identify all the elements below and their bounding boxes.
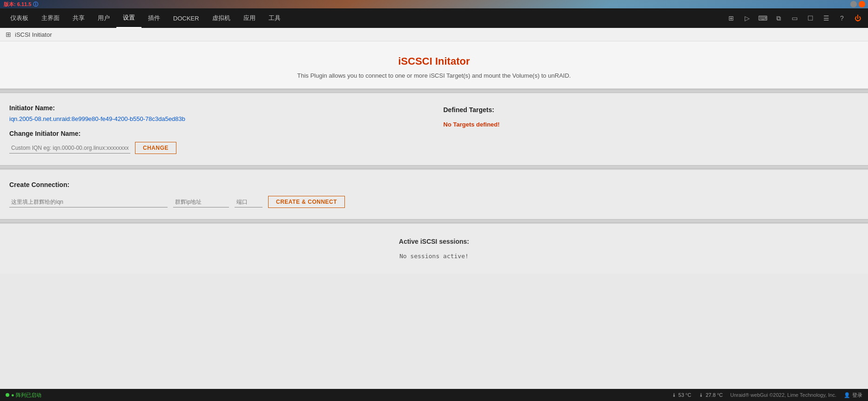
grid-icon: ⊞: [6, 31, 11, 38]
section-divider-2: [0, 165, 868, 169]
help-icon[interactable]: ?: [835, 12, 848, 25]
section-divider-1: [0, 89, 868, 93]
info-icon[interactable]: ⓘ: [33, 1, 38, 8]
minimize-button[interactable]: [850, 1, 857, 7]
plugin-title: iSCSCI Initator: [9, 55, 859, 67]
window-icon[interactable]: ▭: [788, 12, 801, 25]
breadcrumb: ⊞ iSCSI Initiator: [0, 28, 868, 41]
change-initiator-label: Change Initiator Name:: [9, 130, 425, 137]
left-col: Initiator Name: iqn.2005-08.net.unraid:8…: [9, 104, 425, 154]
close-button[interactable]: [859, 1, 865, 7]
window-controls: [850, 1, 865, 7]
breadcrumb-text: iSCSI Initiator: [15, 31, 52, 38]
plugin-description: This Plugin allows you to connect to one…: [9, 72, 859, 79]
nav-share[interactable]: 共享: [66, 8, 91, 28]
nav-vms[interactable]: 虚拟机: [206, 8, 237, 28]
active-sessions-section: Active iSCSI sessions: No sessions activ…: [0, 223, 868, 274]
create-connect-button[interactable]: CREATE & CONNECT: [268, 196, 345, 208]
top-banner: 版本: 6.11.5 ⓘ: [0, 0, 868, 8]
monitor-icon[interactable]: ☐: [804, 12, 817, 25]
resize-icon[interactable]: ⊞: [725, 12, 738, 25]
navbar: 仪表板 主界面 共享 用户 设置 插件 DOCKER 虚拟机 应用 工具 ⊞ ▷…: [0, 8, 868, 28]
forward-icon[interactable]: ▷: [740, 12, 754, 25]
connection-iqn-input[interactable]: [9, 197, 168, 207]
menu-icon[interactable]: ☰: [820, 12, 833, 25]
nav-dashboard[interactable]: 仪表板: [4, 8, 35, 28]
change-initiator-row: CHANGE: [9, 142, 425, 154]
version-badge: 版本: 6.11.5 ⓘ: [4, 1, 38, 8]
custom-iqn-input[interactable]: [9, 143, 130, 154]
nav-tools[interactable]: 工具: [262, 8, 287, 28]
terminal-icon[interactable]: ⌨: [756, 12, 769, 25]
nav-plugins[interactable]: 插件: [141, 8, 167, 28]
two-col-layout: Initiator Name: iqn.2005-08.net.unraid:8…: [9, 104, 859, 154]
connection-port-input[interactable]: [235, 197, 262, 207]
initiator-name-value: iqn.2005-08.net.unraid:8e999e80-fe49-420…: [9, 115, 425, 122]
power-icon[interactable]: ⏻: [851, 12, 864, 25]
nav-right-icons: ⊞ ▷ ⌨ ⧉ ▭ ☐ ☰ ? ⏻: [725, 12, 864, 25]
section-divider-3: [0, 219, 868, 223]
connection-row: CREATE & CONNECT: [9, 196, 859, 208]
right-col: Defined Targets: No Targets defined!: [444, 104, 859, 154]
defined-targets-label: Defined Targets:: [444, 106, 859, 114]
copy-icon[interactable]: ⧉: [772, 12, 785, 25]
nav-settings[interactable]: 设置: [116, 8, 141, 28]
nav-apps[interactable]: 应用: [237, 8, 262, 28]
sessions-title: Active iSCSI sessions:: [9, 238, 859, 245]
no-sessions-text: No sessions active!: [9, 253, 859, 260]
version-text: 版本: 6.11.5: [4, 1, 31, 8]
nav-docker[interactable]: DOCKER: [167, 8, 206, 28]
initiator-name-label: Initiator Name:: [9, 104, 425, 112]
main-content: iSCSCI Initator This Plugin allows you t…: [0, 41, 868, 274]
initiator-section: Initiator Name: iqn.2005-08.net.unraid:8…: [0, 93, 868, 165]
nav-users[interactable]: 用户: [91, 8, 116, 28]
connection-label: Create Connection:: [9, 181, 859, 188]
create-connection-section: Create Connection: CREATE & CONNECT: [0, 169, 868, 219]
no-targets-text: No Targets defined!: [444, 121, 859, 128]
plugin-header: iSCSCI Initator This Plugin allows you t…: [0, 41, 868, 89]
nav-main-menu[interactable]: 主界面: [35, 8, 66, 28]
change-button[interactable]: CHANGE: [135, 142, 176, 154]
connection-ip-input[interactable]: [173, 197, 229, 207]
